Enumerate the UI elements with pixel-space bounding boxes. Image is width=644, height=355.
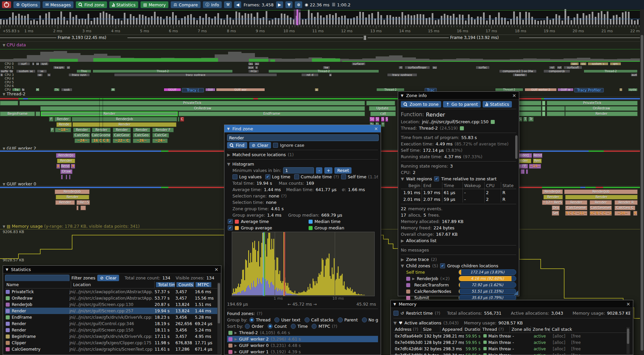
zone-statistics-button[interactable]: Statistics	[483, 101, 512, 107]
timeline-zone[interactable]: PrivateTick	[19, 101, 365, 105]
find-zone-button[interactable]: Find zone	[76, 1, 107, 8]
cpu-zone[interactable]: au	[432, 66, 437, 69]
cpu-zone[interactable]: surfacer	[352, 62, 366, 65]
timeline-zone[interactable]: Render	[55, 200, 75, 205]
collapse-icon[interactable]: ▼	[227, 127, 230, 131]
self-time-label[interactable]: Self time	[406, 270, 457, 275]
cpu-zone[interactable]: surfaceflinger	[405, 66, 430, 69]
legend-item[interactable]: ✔Group median	[302, 225, 375, 231]
timeline-zone[interactable]: ~17~ RerS	[542, 200, 563, 205]
timeline-zone[interactable]: OnRedraw	[40, 106, 365, 111]
ignore-case-checkbox[interactable]	[273, 143, 278, 148]
frame-overview-strip[interactable]	[0, 9, 644, 26]
go-to-parent-button[interactable]: ↑Go to parent	[443, 101, 480, 107]
timeline-zone[interactable]: Si	[375, 117, 379, 122]
cpu-zone[interactable]: le	[21, 88, 25, 91]
timeline-zone[interactable]: Render	[92, 128, 111, 132]
thread2-section-header[interactable]: ▼Thread-2	[3, 91, 25, 96]
zone-thread[interactable]: Thread-2	[419, 126, 438, 131]
next-frame-button[interactable]: ▶	[276, 1, 283, 8]
zone-search-input[interactable]	[227, 134, 379, 141]
statistics-row[interactable]: RenderJob jni/../jni/src/guif/Screen.cpp…	[5, 301, 219, 308]
child-zone-row[interactable]: ▶ RenderJob(×2) 4.16 ms (92.60%)	[401, 275, 516, 282]
child-zone-row[interactable]: RecalcTransform 72.92 μs (1.62%)	[401, 282, 516, 288]
found-zone-group-row[interactable]: ▶ Thread-2(4,105)6.46 s	[227, 329, 378, 336]
timeline-zone[interactable]: RenderJob	[72, 117, 177, 122]
cpu-zone[interactable]: se	[36, 62, 39, 65]
cpu-zone[interactable]: sis	[580, 62, 587, 65]
cpu-zone[interactable]: GUIF w	[557, 88, 574, 91]
timeline-zone[interactable]: 9	[71, 164, 75, 169]
timeline-zone[interactable]: Rend	[61, 164, 70, 169]
timeline-zone[interactable]: S	[385, 117, 388, 122]
find-zone-titlebar[interactable]: ▼ Find zone ×	[224, 125, 381, 133]
zone-trace-expander[interactable]: ▶Zone trace(2)	[401, 256, 516, 263]
timeline-zone[interactable]: Set	[552, 211, 559, 216]
timeline-zone[interactable]	[36, 112, 40, 116]
cpu-zone[interactable]: se	[37, 70, 47, 73]
statistics-scrollbar[interactable]	[218, 283, 220, 323]
timeline-zone[interactable]: BeginFrame	[0, 112, 35, 116]
timeline-zone[interactable]: Render	[565, 200, 587, 205]
cpu-zone[interactable]: surfa	[0, 70, 9, 73]
timeline-zone[interactable]: RenderJo	[56, 153, 75, 158]
axis-range[interactable]: ← 45.72 ms →	[287, 302, 317, 307]
wait-region-row[interactable]: 2.01 ms 2.07 ms 59 μs - 2 R	[401, 196, 516, 203]
cpu-zone[interactable]: composer@2.1-se (Hw	[499, 70, 537, 73]
frame-dropdown-button[interactable]: ▼	[285, 1, 292, 8]
zone-info-titlebar[interactable]: ▼ Zone info ×	[398, 92, 519, 99]
timeline-zone[interactable]	[517, 101, 541, 105]
cpu-zone[interactable]: Th	[54, 88, 60, 91]
collapse-icon[interactable]: ▼	[401, 94, 404, 97]
close-icon[interactable]: ×	[214, 267, 218, 272]
memory-scrollbar[interactable]	[627, 328, 629, 344]
cpu-zone[interactable]: Thread-2	[584, 70, 638, 73]
collapse-icon[interactable]: ▼	[6, 268, 8, 271]
timeline-zone[interactable]: Render R	[614, 200, 638, 205]
timeline-zone[interactable]: Rende	[56, 122, 72, 127]
timeline-zone[interactable]: CalcGeome	[91, 133, 111, 138]
cpu-zone[interactable]: aux	[248, 66, 254, 69]
timeline-zone[interactable]: OnRedraw	[565, 106, 638, 111]
group-children-checkbox[interactable]: ✔	[440, 263, 445, 268]
tools-button[interactable]: ⚒	[224, 1, 232, 8]
filter-zones-input[interactable]	[5, 275, 69, 281]
zoom-to-zone-button[interactable]: Zoom to zone	[401, 101, 441, 107]
statistics-row[interactable]: PrivateTick jni/../jni/src/claw/applicat…	[5, 289, 219, 295]
power-button[interactable]	[2, 1, 11, 8]
cpu-zone[interactable]: kw	[323, 66, 330, 69]
goto-frame-button[interactable]: ⊕	[295, 1, 302, 8]
group-by-radio[interactable]: No grouping	[362, 317, 378, 322]
statistics-button[interactable]: Statistics	[109, 1, 138, 8]
sort-mtpc[interactable]: MTPC	[196, 282, 211, 287]
resize-handle[interactable]	[514, 291, 518, 295]
cpu-data-section-header[interactable]: ▼CPU data	[3, 42, 26, 47]
timeline-zone[interactable]	[542, 106, 545, 111]
timeline-zone[interactable]	[80, 206, 86, 210]
cpu-zone[interactable]: system_s	[588, 62, 608, 65]
clear-filter-button[interactable]: ⊘Clear	[97, 275, 119, 281]
cpu-zone[interactable]: GUIF wor	[216, 88, 265, 91]
timeline-zone[interactable]: CalcGeo	[73, 133, 90, 138]
cpu-zone[interactable]: Tracy (	[182, 88, 204, 92]
cpu-zone[interactable]: s	[255, 66, 258, 69]
timeline-zone[interactable]: EndFrame	[178, 112, 365, 116]
histogram-option-checkbox[interactable]: Log values	[232, 174, 263, 179]
timeline-zone[interactable]	[66, 175, 67, 179]
cpu-zone[interactable]: Thread-2	[93, 70, 233, 73]
timeline-zone[interactable]: Draw	[60, 169, 72, 174]
statistics-row[interactable]: Render jni/../jni/src/guif/Screen.cpp:25…	[5, 308, 219, 314]
active-allocations-expander[interactable]: ▼♥ Active allocations(3,043) Memory usag…	[393, 320, 630, 326]
timeline-zone[interactable]: Render	[565, 112, 638, 116]
timeline-zone[interactable]: ~Re~5	[76, 200, 90, 205]
timeline-zone[interactable]	[517, 112, 541, 116]
memory-usage-section-header[interactable]: ▼▤ Memory usage (y-range: 178.27 KB, vis…	[3, 224, 140, 229]
restrict-time-checkbox[interactable]	[393, 311, 398, 316]
histogram-option-checkbox[interactable]: Self time(1.16%)	[341, 174, 378, 179]
sort-by-radio[interactable]: MTPC	[312, 324, 330, 329]
overview-current-frame-marker[interactable]	[297, 9, 298, 25]
cpu-zone[interactable]: s	[32, 62, 35, 65]
messages-button[interactable]: ✉Messages	[43, 1, 73, 8]
timeline-zone[interactable]	[76, 206, 78, 210]
timeline-zone[interactable]: 9 C C ~11~	[565, 211, 587, 216]
